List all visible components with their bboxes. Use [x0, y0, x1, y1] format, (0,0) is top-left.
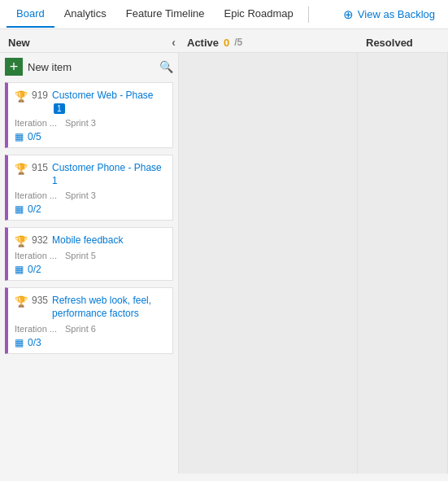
trophy-icon: 🏆 — [15, 235, 28, 247]
active-count-denom: /5 — [234, 37, 242, 48]
card-915-iteration: Iteration ... — [15, 190, 57, 200]
card-935-title: Refresh web look, feel, performance fact… — [52, 295, 166, 320]
card-919-id: 919 — [32, 90, 48, 101]
tab-analytics[interactable]: Analytics — [54, 1, 116, 28]
card-919-title-row: 🏆 919 Customer Web - Phase 1 — [15, 90, 166, 115]
columns-header: New ‹ Active 0/5 Resolved — [0, 29, 448, 53]
col-header-new: New ‹ — [0, 36, 179, 49]
card-919-footer: ▦ 0/5 — [15, 131, 166, 142]
card-932[interactable]: 🏆 932 Mobile feedback Iteration ... Spri… — [5, 227, 173, 281]
col-resolved-label: Resolved — [366, 37, 413, 49]
card-932-sprint: Sprint 5 — [65, 251, 96, 260]
card-915-title-row: 🏆 915 Customer Phone - Phase 1 — [15, 162, 166, 187]
card-915-id: 915 — [32, 162, 48, 173]
collapse-new-icon[interactable]: ‹ — [172, 36, 176, 49]
view-backlog-label: View as Backlog — [358, 8, 435, 20]
card-919-iteration: Iteration ... — [15, 118, 57, 128]
card-915-sprint: Sprint 3 — [65, 190, 96, 200]
trophy-icon: 🏆 — [15, 163, 28, 175]
card-915[interactable]: 🏆 915 Customer Phone - Phase 1 Iteration… — [5, 155, 173, 221]
card-932-id: 932 — [32, 234, 48, 246]
card-919-sprint: Sprint 3 — [65, 118, 96, 128]
card-932-iteration: Iteration ... — [15, 251, 57, 260]
card-935-iteration: Iteration ... — [15, 324, 57, 334]
card-935-title-row: 🏆 935 Refresh web look, feel, performanc… — [15, 295, 166, 320]
card-932-title-row: 🏆 932 Mobile feedback — [15, 234, 166, 247]
top-nav: Board Analytics Feature Timeline Epic Ro… — [0, 0, 448, 29]
card-935-sprint: Sprint 6 — [65, 324, 96, 334]
search-icon[interactable]: 🔍 — [159, 60, 173, 73]
card-919-tasks: 0/5 — [28, 131, 41, 142]
tab-board[interactable]: Board — [7, 1, 54, 28]
card-935-footer: ▦ 0/3 — [15, 337, 166, 348]
card-935-id: 935 — [32, 295, 48, 306]
card-932-footer: ▦ 0/2 — [15, 264, 166, 275]
task-icon: ▦ — [15, 264, 24, 275]
card-932-title: Mobile feedback — [52, 234, 123, 247]
col-header-active: Active 0/5 — [179, 36, 358, 49]
card-915-title: Customer Phone - Phase 1 — [52, 162, 166, 187]
phase-badge: 1 — [54, 103, 65, 114]
backlog-circle-icon: ⊕ — [343, 7, 354, 22]
new-item-label: New item — [28, 61, 154, 73]
col-active-label: Active — [187, 37, 219, 49]
board-body: + New item 🔍 🏆 919 Customer Web - Phase … — [0, 53, 448, 474]
col-panel-resolved — [358, 53, 448, 474]
card-919-meta: Iteration ... Sprint 3 — [15, 118, 166, 128]
task-icon: ▦ — [15, 203, 24, 215]
add-item-button[interactable]: + — [5, 58, 23, 76]
trophy-icon: 🏆 — [15, 90, 28, 103]
card-915-meta: Iteration ... Sprint 3 — [15, 190, 166, 200]
tab-epic-roadmap[interactable]: Epic Roadmap — [215, 1, 303, 28]
col-panel-new: + New item 🔍 🏆 919 Customer Web - Phase … — [0, 53, 179, 474]
trophy-icon: 🏆 — [15, 295, 28, 308]
card-935[interactable]: 🏆 935 Refresh web look, feel, performanc… — [5, 287, 173, 353]
col-header-resolved: Resolved — [358, 36, 448, 49]
card-935-meta: Iteration ... Sprint 6 — [15, 324, 166, 334]
card-919[interactable]: 🏆 919 Customer Web - Phase 1 Iteration .… — [5, 82, 173, 148]
card-932-tasks: 0/2 — [28, 264, 41, 275]
card-932-meta: Iteration ... Sprint 5 — [15, 251, 166, 260]
card-935-tasks: 0/3 — [28, 337, 41, 348]
new-item-bar: + New item 🔍 — [5, 58, 173, 76]
card-915-footer: ▦ 0/2 — [15, 203, 166, 215]
card-919-title: Customer Web - Phase 1 — [52, 90, 166, 115]
tab-feature-timeline[interactable]: Feature Timeline — [116, 1, 215, 28]
active-count: 0 — [224, 37, 229, 49]
task-icon: ▦ — [15, 337, 24, 348]
col-new-label: New — [8, 37, 30, 49]
col-panel-active — [179, 53, 358, 474]
nav-divider — [308, 7, 309, 23]
card-915-tasks: 0/2 — [28, 203, 41, 215]
view-as-backlog-button[interactable]: ⊕ View as Backlog — [337, 4, 441, 25]
task-icon: ▦ — [15, 131, 24, 142]
